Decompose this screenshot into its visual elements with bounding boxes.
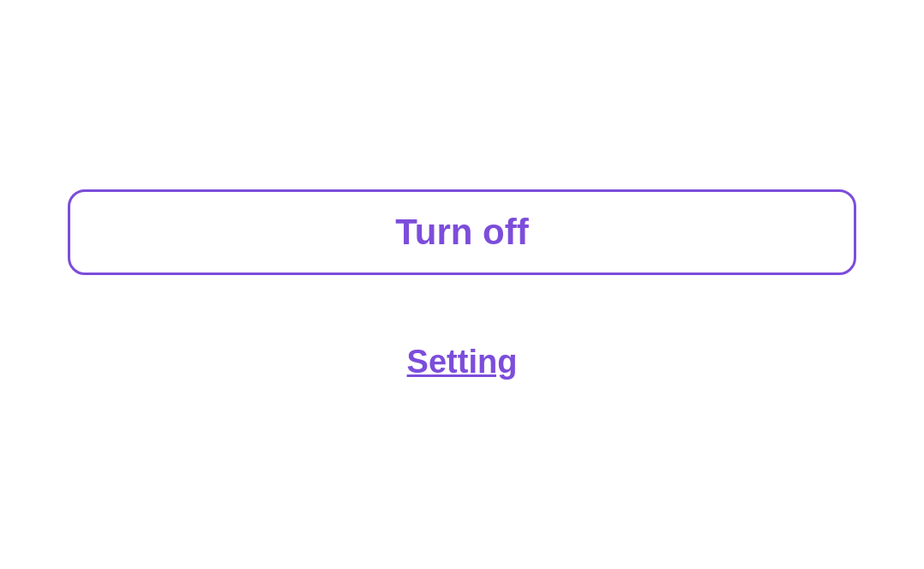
turn-off-label: Turn off [395,212,529,253]
turn-off-button[interactable]: Turn off [68,189,856,275]
main-container: Turn off Setting [0,189,924,380]
setting-link[interactable]: Setting [407,344,518,380]
